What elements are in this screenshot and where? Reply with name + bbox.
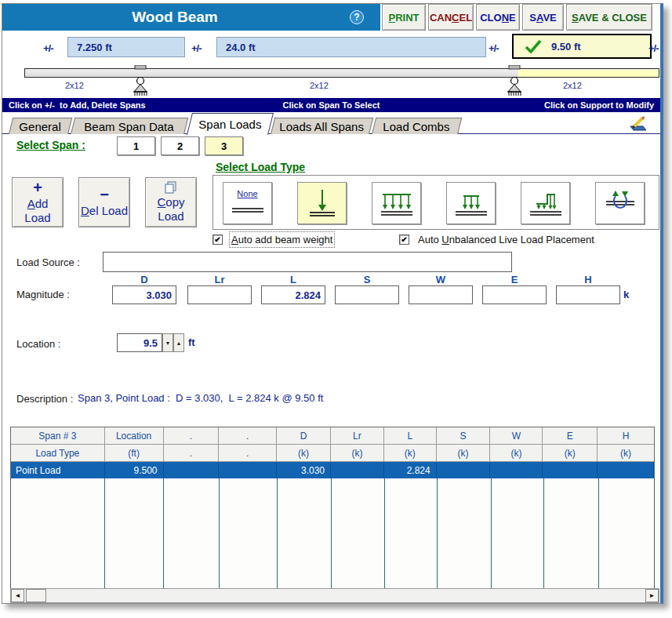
table-cell: Location (105, 427, 164, 445)
tab-general[interactable]: General (9, 118, 72, 134)
magnitude-field-L[interactable]: 2.824 (261, 285, 325, 304)
table-cell[interactable]: 9.500 (105, 462, 164, 479)
magnitude-field-H[interactable] (556, 285, 620, 304)
print-button[interactable]: PRINT (382, 4, 426, 31)
edit-pencil-icon[interactable] (627, 116, 648, 132)
span2-length-field[interactable]: 24.0 ft (216, 37, 486, 57)
table-cell: (k) (331, 445, 384, 462)
table-cell[interactable] (164, 462, 220, 479)
tab-beam-span-data[interactable]: Beam Span Data (71, 118, 188, 134)
span-button-3-selected[interactable]: 3 (205, 136, 243, 155)
moment-load-icon (600, 185, 641, 221)
table-cell[interactable]: Point Load (11, 462, 105, 479)
add-load-button[interactable]: + Add Load (12, 177, 64, 227)
table-column-line (437, 478, 438, 588)
horizontal-scrollbar[interactable]: ◄ ► (10, 588, 659, 603)
save-button[interactable]: SAVE (522, 4, 564, 31)
page-title: Wood Beam (2, 4, 347, 31)
scroll-right-button[interactable]: ► (645, 589, 659, 602)
table-header-row-1: Span # 3Location..DLrLSWEH (11, 427, 654, 445)
magnitude-field-D[interactable]: 3.030 (112, 285, 176, 304)
add-delete-span-button-2[interactable]: +/- (191, 42, 202, 54)
magnitude-field-S[interactable] (335, 285, 399, 304)
save-close-button[interactable]: SAVE & CLOSE (566, 4, 652, 31)
beam-diagram[interactable] (24, 68, 659, 78)
magnitude-field-W[interactable] (409, 285, 473, 304)
table-column-line (331, 478, 332, 588)
hint-right: Click on Support to Modify (544, 100, 654, 110)
plus-icon: + (33, 180, 42, 195)
load-type-panel: None (212, 175, 659, 230)
copy-load-button[interactable]: Copy Load (145, 177, 197, 227)
auto-unbalanced-live-load-checkbox[interactable]: ✔ (399, 234, 409, 245)
table-row-selected[interactable]: Point Load9.5003.0302.824 (11, 462, 654, 479)
del-load-button[interactable]: − Del Load (78, 177, 130, 227)
scrollbar-thumb[interactable] (26, 589, 46, 602)
span1-length-field[interactable]: 7.250 ft (67, 37, 185, 57)
table-header-row-2: Load Type(ft)..(k)(k)(k)(k)(k)(k)(k) (11, 445, 654, 462)
beam-span-3-selected[interactable] (518, 70, 659, 77)
load-type-full-uniform-button[interactable] (372, 182, 421, 224)
table-cell: Load Type (11, 445, 105, 462)
load-type-none-button[interactable]: None (223, 182, 272, 224)
auto-add-beam-weight-label: Auto add beam weight (231, 234, 332, 245)
load-type-point-button[interactable] (297, 182, 347, 224)
scroll-left-button[interactable]: ◄ (11, 589, 24, 602)
select-load-type-label: Select Load Type (216, 161, 305, 173)
table-cell[interactable]: 3.030 (277, 462, 331, 479)
tab-loads-all-spans[interactable]: Loads All Spans (271, 118, 373, 134)
table-cell[interactable] (543, 462, 598, 479)
minus-icon: − (100, 187, 109, 202)
magnitude-col-Lr: Lr (187, 274, 252, 285)
spinner-down-button[interactable]: ▼ (162, 333, 173, 352)
add-delete-span-button-1[interactable]: +/- (43, 42, 53, 54)
table-cell[interactable]: 2.824 (384, 462, 437, 479)
add-delete-span-button-4[interactable]: +/- (648, 42, 659, 54)
auto-add-beam-weight-checkbox[interactable]: ✔ (212, 234, 223, 245)
support-icon-right[interactable] (505, 65, 524, 98)
tab-load-combs[interactable]: Load Combs (372, 118, 462, 134)
cancel-button[interactable]: CANCEL (428, 4, 474, 31)
magnitude-field-Lr[interactable] (187, 285, 252, 304)
spinner-up-button[interactable]: ▲ (173, 333, 184, 352)
support-icon-left[interactable] (131, 65, 150, 98)
span-button-1[interactable]: 1 (117, 136, 155, 155)
magnitude-col-E: E (482, 274, 547, 285)
tab-strip: General Beam Span Data Span Loads Loads … (2, 113, 660, 134)
magnitude-field-E[interactable] (482, 285, 547, 304)
table-cell[interactable] (219, 462, 277, 479)
scroll-right-icon: ► (649, 592, 656, 599)
load-type-varying-button[interactable] (521, 182, 570, 224)
load-source-input[interactable] (103, 252, 512, 272)
table-grid-area (10, 478, 655, 588)
table-cell[interactable] (598, 462, 654, 479)
magnitude-col-S: S (335, 274, 399, 285)
loads-table: Span # 3Location..DLrLSWEHLoad Type(ft).… (10, 427, 655, 479)
full-uniform-load-icon (376, 185, 417, 221)
load-type-partial-uniform-button[interactable] (446, 182, 496, 224)
help-icon[interactable]: ? (350, 10, 364, 24)
section-label-2: 2x12 (310, 81, 329, 90)
partial-uniform-load-icon (451, 185, 492, 221)
tab-span-loads[interactable]: Span Loads (187, 113, 274, 135)
table-cell[interactable] (437, 462, 491, 479)
auto-unbalanced-live-load-label: Auto Unbalanced Live Load Placement (418, 234, 594, 245)
description-label: Description : (16, 393, 73, 405)
magnitude-col-L: L (261, 274, 325, 285)
load-type-moment-button[interactable] (595, 182, 645, 224)
add-delete-span-button-3[interactable]: +/- (489, 42, 499, 54)
location-input[interactable]: 9.5 (117, 333, 162, 352)
table-column-line (219, 478, 220, 588)
point-load-icon (302, 185, 343, 221)
varying-load-icon (525, 185, 566, 221)
table-cell[interactable] (331, 462, 384, 479)
table-cell: E (543, 427, 598, 445)
table-cell: H (598, 427, 654, 445)
clone-button[interactable]: CLONE (476, 4, 520, 31)
location-unit: ft (188, 336, 195, 348)
table-column-line (598, 478, 599, 588)
span-button-2[interactable]: 2 (161, 136, 199, 155)
table-cell: L (384, 427, 437, 445)
table-cell[interactable] (490, 462, 543, 479)
span3-length-field-selected[interactable]: 9.50 ft (512, 34, 652, 59)
